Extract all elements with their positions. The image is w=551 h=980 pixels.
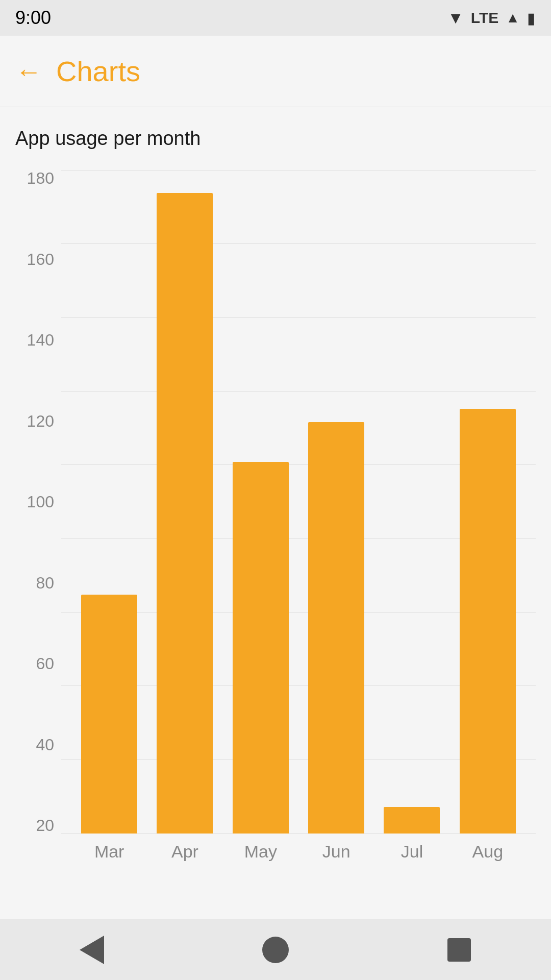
nav-back-icon <box>80 936 104 964</box>
bar-group-apr <box>147 193 222 834</box>
y-label-100: 100 <box>15 494 61 510</box>
x-label-may: May <box>223 842 298 862</box>
chart-container: 20 40 60 80 100 120 140 160 180 <box>15 165 536 869</box>
signal-icon: ▲ <box>506 10 520 26</box>
bar-aug <box>460 409 516 834</box>
bar-jul <box>384 807 440 834</box>
y-label-160: 160 <box>15 251 61 267</box>
nav-back-button[interactable] <box>71 929 112 970</box>
app-title: Charts <box>56 55 140 88</box>
x-label-aug: Aug <box>450 842 525 862</box>
nav-bar <box>0 919 551 980</box>
x-label-apr: Apr <box>147 842 222 862</box>
y-label-140: 140 <box>15 332 61 348</box>
y-label-20: 20 <box>15 817 61 834</box>
battery-icon: ▮ <box>527 9 536 27</box>
x-axis: MarAprMayJunJulAug <box>61 834 536 869</box>
back-button[interactable]: ← <box>15 56 42 87</box>
bar-group-aug <box>450 409 525 834</box>
x-label-jul: Jul <box>374 842 449 862</box>
bar-group-mar <box>71 595 147 834</box>
y-axis: 20 40 60 80 100 120 140 160 180 <box>15 165 61 869</box>
nav-home-button[interactable] <box>255 929 296 970</box>
y-label-40: 40 <box>15 737 61 753</box>
bar-mar <box>81 595 137 834</box>
bar-may <box>233 462 289 834</box>
bar-group-jul <box>374 807 449 834</box>
app-bar: ← Charts <box>0 36 551 107</box>
status-time: 9:00 <box>15 7 51 29</box>
nav-home-icon <box>262 937 289 963</box>
chart-section: App usage per month 20 40 60 80 100 120 … <box>0 107 551 869</box>
bar-group-jun <box>298 422 374 834</box>
chart-area: MarAprMayJunJulAug <box>61 165 536 869</box>
y-label-180: 180 <box>15 170 61 186</box>
y-label-80: 80 <box>15 575 61 591</box>
wifi-icon: ▼ <box>447 9 464 28</box>
bars-area <box>61 170 536 834</box>
chart-title: App usage per month <box>15 128 536 150</box>
status-bar: 9:00 ▼ LTE ▲ ▮ <box>0 0 551 36</box>
bar-group-may <box>223 462 298 834</box>
y-label-120: 120 <box>15 413 61 429</box>
y-label-60: 60 <box>15 655 61 672</box>
status-icons: ▼ LTE ▲ ▮ <box>447 9 536 28</box>
x-label-mar: Mar <box>71 842 147 862</box>
lte-label: LTE <box>471 9 498 27</box>
bar-apr <box>157 193 213 834</box>
x-label-jun: Jun <box>298 842 374 862</box>
bar-jun <box>308 422 364 834</box>
nav-recent-icon <box>447 938 471 962</box>
nav-recent-button[interactable] <box>439 929 480 970</box>
